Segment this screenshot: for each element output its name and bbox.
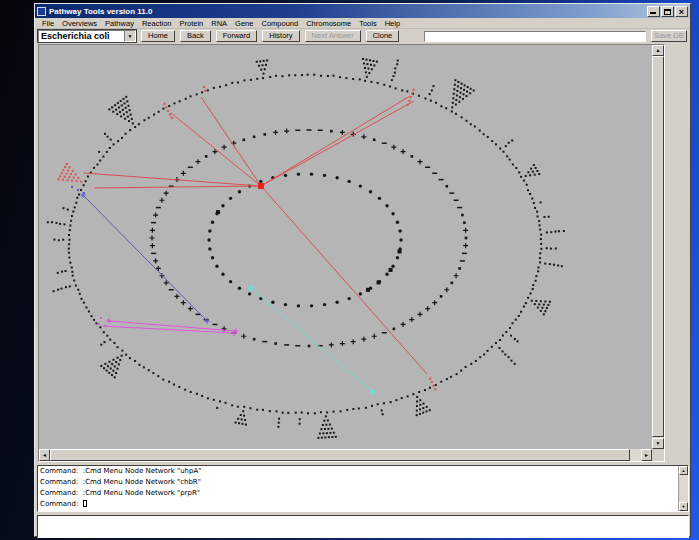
maximize-button[interactable]: [661, 6, 674, 17]
network-edge-red[interactable]: [84, 173, 261, 186]
console-line: Command: :Cmd Menu Node Network "uhpA": [38, 466, 688, 477]
vertical-scrollbar-thumb[interactable]: [652, 56, 664, 437]
forward-button[interactable]: Forward: [216, 30, 258, 42]
menu-reaction[interactable]: Reaction: [138, 19, 176, 28]
selected-regulator-node[interactable]: [258, 183, 264, 189]
network-edge-blue[interactable]: [83, 195, 207, 321]
toolbar: Escherichia coli ▼ HomeBackForwardHistor…: [35, 29, 690, 43]
network-edge-red[interactable]: [261, 101, 414, 186]
scrollbar-corner: [652, 449, 664, 461]
history-button[interactable]: History: [262, 30, 299, 42]
regulatory-overview-diagram[interactable]: [39, 45, 652, 449]
home-button[interactable]: Home: [141, 30, 175, 42]
vertical-scrollbar[interactable]: ▲ ▼: [652, 45, 664, 449]
console-scroll-up-icon[interactable]: ▲: [679, 466, 688, 475]
menu-rna[interactable]: RNA: [207, 19, 231, 28]
dropdown-arrow-icon[interactable]: ▼: [124, 31, 135, 41]
scroll-down-icon[interactable]: ▼: [652, 438, 664, 449]
minimize-icon: [650, 12, 656, 14]
close-icon: ×: [676, 8, 687, 16]
network-edge-red[interactable]: [201, 97, 261, 186]
save-db-button[interactable]: Save DB: [651, 30, 687, 42]
menu-chromosome[interactable]: Chromosome: [302, 19, 355, 28]
next-answer-button[interactable]: Next Answer: [305, 30, 361, 42]
menu-pathway[interactable]: Pathway: [101, 19, 138, 28]
minimize-button[interactable]: [647, 6, 660, 17]
scroll-right-icon[interactable]: ►: [641, 449, 652, 461]
menu-tools[interactable]: Tools: [355, 19, 381, 28]
scroll-up-icon[interactable]: ▲: [652, 45, 664, 56]
scroll-left-icon[interactable]: ◄: [39, 449, 50, 461]
horizontal-scrollbar-thumb[interactable]: [50, 449, 630, 461]
network-edge-red[interactable]: [261, 186, 427, 374]
command-console[interactable]: Command: :Cmd Menu Node Network "uhpA"Co…: [37, 465, 689, 512]
pathway-tools-window: Pathway Tools version 11.0 × FileOvervie…: [34, 3, 691, 537]
desktop-background: Pathway Tools version 11.0 × FileOvervie…: [0, 0, 699, 540]
console-line: Command:: [38, 499, 688, 510]
console-line: Command: :Cmd Menu Node Network "chbR": [38, 477, 688, 488]
console-scroll-down-icon[interactable]: ▼: [679, 502, 688, 511]
maximize-icon: [664, 9, 671, 15]
menu-gene[interactable]: Gene: [231, 19, 257, 28]
app-icon: [37, 7, 46, 16]
organism-selector[interactable]: Escherichia coli ▼: [38, 30, 136, 42]
title-bar[interactable]: Pathway Tools version 11.0 ×: [35, 4, 690, 18]
menu-compound[interactable]: Compound: [257, 19, 302, 28]
close-button[interactable]: ×: [675, 6, 688, 17]
network-edge-red[interactable]: [261, 96, 410, 186]
menu-file[interactable]: File: [38, 19, 58, 28]
text-cursor: [83, 500, 87, 507]
command-input[interactable]: [37, 515, 689, 538]
window-title: Pathway Tools version 11.0: [49, 7, 646, 16]
menu-protein[interactable]: Protein: [176, 19, 208, 28]
menu-help[interactable]: Help: [381, 19, 404, 28]
menu-bar: FileOverviewsPathwayReactionProteinRNAGe…: [35, 18, 690, 29]
horizontal-scrollbar[interactable]: ◄ ►: [39, 449, 652, 461]
overview-viewport: ▲ ▼ ◄ ►: [38, 44, 665, 462]
console-scrollbar[interactable]: ▲ ▼: [678, 466, 688, 511]
network-edge-red[interactable]: [94, 186, 261, 188]
console-line: Command: :Cmd Menu Node Network "prpR": [38, 488, 688, 499]
toolbar-text-field[interactable]: [424, 31, 646, 42]
network-edge-cyan[interactable]: [251, 288, 373, 392]
back-button[interactable]: Back: [180, 30, 211, 42]
clone-button[interactable]: Clone: [366, 30, 400, 42]
organism-selector-value: Escherichia coli: [39, 31, 124, 41]
command-console-lines: Command: :Cmd Menu Node Network "uhpA"Co…: [38, 466, 688, 510]
menu-overviews[interactable]: Overviews: [58, 19, 101, 28]
network-edge-red[interactable]: [171, 113, 261, 186]
